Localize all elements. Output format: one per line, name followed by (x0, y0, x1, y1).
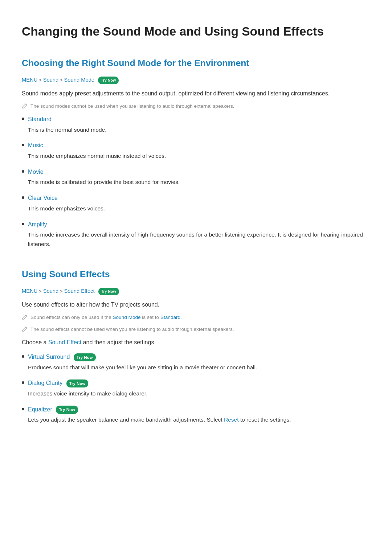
mode-desc-music: This mode emphasizes normal music instea… (28, 153, 166, 159)
breadcrumb-menu[interactable]: MENU (22, 76, 37, 85)
section1-breadcrumb: MENU > Sound > Sound Mode Try Now (22, 76, 370, 85)
effect-desc-equalizer: Lets you adjust the speaker balance and … (28, 416, 291, 423)
mode-label-music: Music (28, 141, 370, 150)
breadcrumb-sep1: > (39, 77, 41, 84)
bullet-dot (22, 355, 24, 358)
breadcrumb2-sep1: > (39, 288, 41, 295)
section2-note2: The sound effects cannot be used when yo… (22, 326, 370, 334)
section-using-sound-effects: Using Sound Effects MENU > Sound > Sound… (22, 267, 370, 424)
choose-prefix: Choose a (22, 339, 48, 345)
sound-modes-list: Standard This is the normal sound mode. … (22, 115, 370, 249)
standard-link[interactable]: Standard (160, 315, 180, 320)
mode-label-amplify: Amplify (28, 220, 370, 229)
bullet-dot (22, 408, 24, 410)
section2-note1-text: Sound effects can only be used if the So… (30, 314, 182, 321)
mode-amplify: Amplify This mode increases the overall … (28, 220, 370, 249)
mode-standard: Standard This is the normal sound mode. (28, 115, 370, 134)
effect-dialog-clarity: Dialog Clarity Try Now Increases voice i… (28, 378, 370, 398)
effect-label-virtual-surround: Virtual Surround Try Now (28, 352, 370, 362)
bullet-dot (22, 223, 24, 225)
reset-link[interactable]: Reset (224, 416, 239, 423)
effect-desc-dialog-clarity: Increases voice intensity to make dialog… (28, 390, 147, 397)
mode-label-clear-voice: Clear Voice (28, 193, 370, 203)
mode-label-movie: Movie (28, 167, 370, 177)
pencil-icon-3 (22, 326, 28, 334)
section1-note: The sound modes cannot be used when you … (22, 103, 370, 111)
section2-breadcrumb: MENU > Sound > Sound Effect Try Now (22, 287, 370, 296)
choose-sound-effect-text: Choose a Sound Effect and then adjust th… (22, 338, 370, 347)
section2-note2-text: The sound effects cannot be used when yo… (30, 326, 234, 333)
list-item: Standard This is the normal sound mode. (22, 115, 370, 134)
bullet-dot (22, 144, 24, 146)
mode-desc-movie: This mode is calibrated to provide the b… (28, 179, 180, 185)
try-now-badge-dialog-clarity[interactable]: Try Now (66, 379, 89, 387)
bullet-dot (22, 170, 24, 173)
sound-mode-link[interactable]: Sound Mode (113, 315, 140, 320)
try-now-badge-virtual-surround[interactable]: Try Now (74, 353, 96, 361)
mode-movie: Movie This mode is calibrated to provide… (28, 167, 370, 187)
pencil-icon-2 (22, 314, 28, 322)
section1-note-text: The sound modes cannot be used when you … (30, 103, 234, 110)
mode-desc-amplify: This mode increases the overall intensit… (28, 231, 363, 247)
list-item: Equalizer Try Now Lets you adjust the sp… (22, 405, 370, 424)
page-title: Changing the Sound Mode and Using Sound … (22, 22, 370, 41)
try-now-badge-equalizer[interactable]: Try Now (56, 406, 78, 414)
breadcrumb2-sound[interactable]: Sound (43, 287, 59, 296)
mode-desc-standard: This is the normal sound mode. (28, 127, 106, 133)
try-now-badge-1[interactable]: Try Now (98, 77, 119, 84)
effect-virtual-surround: Virtual Surround Try Now Produces sound … (28, 352, 370, 372)
choose-suffix: and then adjust the settings. (81, 339, 156, 345)
effect-desc-virtual-surround: Produces sound that will make you feel l… (28, 364, 257, 370)
bullet-dot (22, 381, 24, 384)
list-item: Music This mode emphasizes normal music … (22, 141, 370, 160)
pencil-icon-1 (22, 103, 28, 111)
section2-intro: Use sound effects to alter how the TV pr… (22, 300, 370, 309)
section-choosing-sound-mode: Choosing the Right Sound Mode for the En… (22, 56, 370, 249)
breadcrumb2-sep2: > (60, 288, 62, 295)
breadcrumb-sound[interactable]: Sound (43, 76, 59, 85)
list-item: Virtual Surround Try Now Produces sound … (22, 352, 370, 372)
effect-label-dialog-clarity: Dialog Clarity Try Now (28, 378, 370, 388)
mode-music: Music This mode emphasizes normal music … (28, 141, 370, 160)
breadcrumb2-sound-effect[interactable]: Sound Effect (64, 287, 95, 296)
bullet-dot (22, 118, 24, 120)
list-item: Movie This mode is calibrated to provide… (22, 167, 370, 187)
effect-label-equalizer: Equalizer Try Now (28, 405, 370, 414)
section1-intro: Sound modes apply preset adjustments to … (22, 89, 370, 98)
sound-effect-link[interactable]: Sound Effect (48, 339, 81, 345)
section2-note1: Sound effects can only be used if the So… (22, 314, 370, 322)
breadcrumb-sound-mode[interactable]: Sound Mode (64, 76, 94, 85)
mode-clear-voice: Clear Voice This mode emphasizes voices. (28, 193, 370, 213)
list-item: Dialog Clarity Try Now Increases voice i… (22, 378, 370, 398)
mode-desc-clear-voice: This mode emphasizes voices. (28, 205, 105, 212)
breadcrumb2-menu[interactable]: MENU (22, 287, 37, 296)
list-item: Amplify This mode increases the overall … (22, 220, 370, 249)
breadcrumb-sep2: > (60, 77, 62, 84)
list-item: Clear Voice This mode emphasizes voices. (22, 193, 370, 213)
try-now-badge-2[interactable]: Try Now (98, 288, 119, 295)
sound-effects-list: Virtual Surround Try Now Produces sound … (22, 352, 370, 424)
mode-label-standard: Standard (28, 115, 370, 124)
section1-title: Choosing the Right Sound Mode for the En… (22, 56, 370, 70)
bullet-dot (22, 196, 24, 199)
effect-equalizer: Equalizer Try Now Lets you adjust the sp… (28, 405, 370, 424)
section2-title: Using Sound Effects (22, 267, 370, 282)
